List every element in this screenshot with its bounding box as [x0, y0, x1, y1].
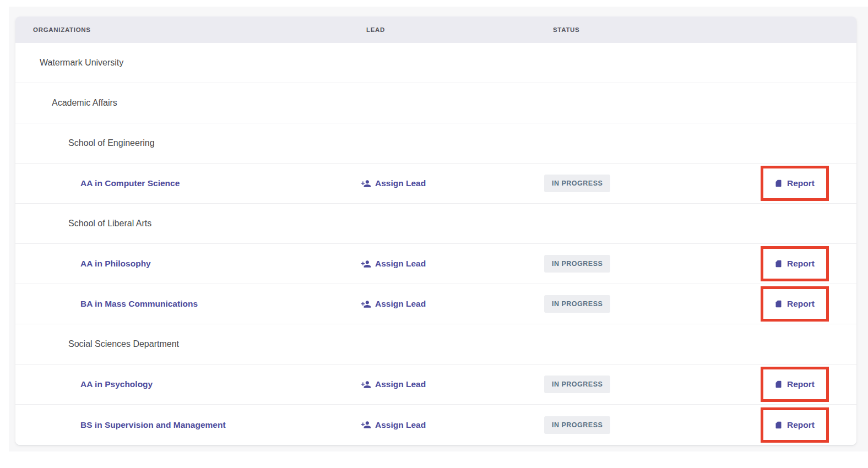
organization-name: School of Liberal Arts: [68, 219, 151, 228]
program-link[interactable]: BA in Mass Communications: [80, 299, 198, 309]
program-link[interactable]: BS in Supervision and Management: [80, 420, 226, 430]
person-add-icon: [361, 379, 371, 390]
table-row: Watermark University: [15, 43, 856, 83]
person-add-icon: [361, 259, 371, 269]
assign-lead-label: Assign Lead: [375, 379, 426, 389]
column-header-organizations: ORGANIZATIONS: [15, 26, 361, 33]
table-row: AA in Philosophy Assign Lead IN PROGRESS…: [15, 244, 856, 284]
report-button[interactable]: Report: [774, 299, 815, 309]
assign-lead-button[interactable]: Assign Lead: [361, 259, 426, 269]
status-badge: IN PROGRESS: [544, 416, 610, 434]
organization-cell: School of Engineering: [15, 138, 361, 148]
document-icon: [774, 299, 783, 309]
organization-cell: BS in Supervision and Management: [15, 420, 361, 430]
organization-cell: School of Liberal Arts: [15, 219, 361, 228]
organizations-table-card: ORGANIZATIONS LEAD STATUS Watermark Univ…: [15, 17, 856, 445]
program-link[interactable]: AA in Psychology: [80, 379, 153, 389]
report-cell: Report: [733, 166, 856, 201]
document-icon: [774, 420, 783, 430]
status-badge: IN PROGRESS: [544, 376, 610, 393]
table-row: AA in Psychology Assign Lead IN PROGRESS…: [15, 364, 856, 405]
column-header-status: STATUS: [544, 26, 733, 33]
assign-lead-label: Assign Lead: [375, 178, 426, 188]
table-row: AA in Computer Science Assign Lead IN PR…: [15, 164, 856, 204]
table-row: Academic Affairs: [15, 83, 856, 123]
report-cell: Report: [733, 407, 856, 443]
organization-cell: AA in Philosophy: [15, 259, 361, 269]
report-label: Report: [787, 178, 815, 188]
organization-name: School of Engineering: [68, 138, 155, 148]
lead-cell: Assign Lead: [361, 178, 544, 189]
organization-cell: AA in Computer Science: [15, 178, 361, 188]
table-body: Watermark University Academic Affairs Sc…: [15, 43, 856, 445]
report-cell: Report: [733, 246, 856, 281]
report-label: Report: [787, 420, 815, 430]
report-label: Report: [787, 299, 815, 309]
organization-cell: Social Sciences Department: [15, 339, 361, 349]
lead-cell: Assign Lead: [361, 259, 544, 269]
assign-lead-button[interactable]: Assign Lead: [361, 299, 426, 309]
organization-name: Watermark University: [40, 58, 123, 68]
assign-lead-button[interactable]: Assign Lead: [361, 178, 426, 189]
annotation-box: Report: [761, 407, 829, 443]
program-link[interactable]: AA in Philosophy: [80, 259, 151, 269]
organization-cell: Watermark University: [15, 58, 361, 68]
person-add-icon: [361, 299, 371, 309]
status-cell: IN PROGRESS: [544, 255, 733, 273]
report-label: Report: [787, 379, 815, 389]
table-row: Social Sciences Department: [15, 324, 856, 364]
table-row: BS in Supervision and Management Assign …: [15, 405, 856, 445]
assign-lead-button[interactable]: Assign Lead: [361, 379, 426, 390]
column-header-lead: LEAD: [361, 26, 544, 33]
document-icon: [774, 259, 783, 269]
report-cell: Report: [733, 286, 856, 322]
table-header-row: ORGANIZATIONS LEAD STATUS: [15, 17, 856, 43]
organization-name: Social Sciences Department: [68, 339, 179, 349]
status-cell: IN PROGRESS: [544, 376, 733, 393]
table-row: School of Liberal Arts: [15, 204, 856, 244]
status-badge: IN PROGRESS: [544, 255, 610, 273]
status-badge: IN PROGRESS: [544, 175, 610, 192]
organization-cell: Academic Affairs: [15, 98, 361, 108]
lead-cell: Assign Lead: [361, 420, 544, 430]
assign-lead-label: Assign Lead: [375, 299, 426, 309]
report-cell: Report: [733, 367, 856, 402]
report-button[interactable]: Report: [774, 178, 815, 188]
table-row: BA in Mass Communications Assign Lead IN…: [15, 284, 856, 324]
document-icon: [774, 379, 783, 389]
program-link[interactable]: AA in Computer Science: [80, 178, 180, 188]
assign-lead-label: Assign Lead: [375, 259, 426, 269]
annotation-box: Report: [761, 246, 829, 281]
report-label: Report: [787, 259, 815, 269]
person-add-icon: [361, 178, 371, 189]
person-add-icon: [361, 420, 371, 430]
report-button[interactable]: Report: [774, 379, 815, 389]
organization-cell: BA in Mass Communications: [15, 299, 361, 309]
organization-name: Academic Affairs: [52, 98, 117, 108]
content-panel: ORGANIZATIONS LEAD STATUS Watermark Univ…: [9, 7, 868, 451]
status-cell: IN PROGRESS: [544, 295, 733, 313]
lead-cell: Assign Lead: [361, 299, 544, 309]
organization-cell: AA in Psychology: [15, 379, 361, 389]
annotation-box: Report: [761, 166, 829, 201]
status-cell: IN PROGRESS: [544, 416, 733, 434]
assign-lead-label: Assign Lead: [375, 420, 426, 430]
annotation-box: Report: [761, 367, 829, 402]
assign-lead-button[interactable]: Assign Lead: [361, 420, 426, 430]
lead-cell: Assign Lead: [361, 379, 544, 390]
report-button[interactable]: Report: [774, 259, 815, 269]
status-badge: IN PROGRESS: [544, 295, 610, 313]
report-button[interactable]: Report: [774, 420, 815, 430]
table-row: School of Engineering: [15, 123, 856, 164]
annotation-box: Report: [761, 286, 829, 322]
status-cell: IN PROGRESS: [544, 175, 733, 192]
document-icon: [774, 178, 783, 188]
